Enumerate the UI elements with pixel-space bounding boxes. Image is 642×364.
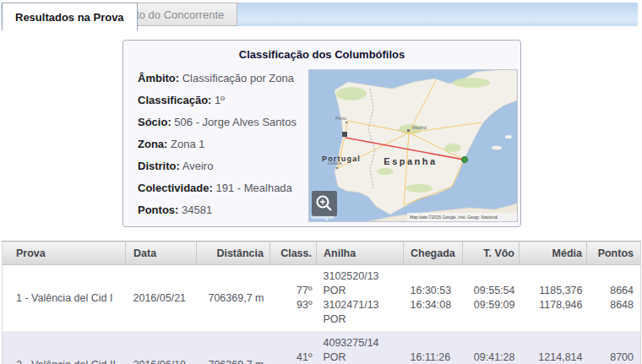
map-island xyxy=(492,146,502,150)
class-value: 93º xyxy=(270,298,313,312)
header-chegada: Chegada xyxy=(404,242,463,265)
panel-title: Classificação dos Columbófilos xyxy=(123,48,520,61)
header-data: Data xyxy=(126,242,197,265)
zoom-in-button[interactable] xyxy=(312,191,337,216)
chegada-value: 16:30:53 xyxy=(411,284,463,298)
class-value: 77º xyxy=(270,284,313,298)
table-row-race-2: 2 - Valência del Cid II 2016/06/18 70636… xyxy=(3,332,641,364)
field-pontos-label: Pontos: xyxy=(138,204,178,216)
map-attribution: Map data ©2015 Google, Inst. Geogr. Naci… xyxy=(410,215,498,220)
field-ambito-value: Classificação por Zona xyxy=(182,72,294,84)
pontos-value: 8648 xyxy=(587,298,634,312)
route-map[interactable]: Madrid Lisboa Porto Portugal Espanha Goo… xyxy=(308,69,518,222)
page: Resultados na Prova Foto do Concorrente … xyxy=(0,0,642,364)
field-classificacao-value: 1º xyxy=(215,94,225,106)
route-end-marker xyxy=(462,157,468,163)
field-distrito-value: Aveiro xyxy=(182,160,214,172)
tvoo-value: 09:55:54 xyxy=(463,284,515,298)
cell-media: 1214,814 1178,435 xyxy=(520,332,587,364)
tab-resultados-na-prova[interactable]: Resultados na Prova xyxy=(2,3,138,30)
field-socio-label: Sócio: xyxy=(138,116,171,128)
field-ambito-label: Âmbito: xyxy=(138,72,179,84)
field-distrito-label: Distrito: xyxy=(138,160,180,172)
classification-panel: Classificação dos Columbófilos Âmbito: C… xyxy=(122,40,521,227)
field-socio: Sócio: 506 - Jorge Alves Santos xyxy=(138,111,297,133)
header-media: Média xyxy=(520,242,587,265)
cell-prova: 2 - Valência del Cid II xyxy=(3,332,126,364)
cell-tvoo: 09:55:54 09:59:09 xyxy=(463,265,520,332)
header-prova: Prova xyxy=(3,242,126,265)
tvoo-value: 09:59:09 xyxy=(463,298,515,312)
anilha-value: 4093275/14 POR xyxy=(324,336,404,364)
table-row-race-1: 1 - Valência del Cid I 2016/05/21 706369… xyxy=(3,265,641,332)
field-zona: Zona: Zona 1 xyxy=(138,133,297,155)
cell-class: 41º 172º xyxy=(270,332,317,364)
tab-bar: Resultados na Prova Foto do Concorrente xyxy=(0,0,642,31)
map-label-espanha: Espanha xyxy=(384,156,437,166)
cell-distancia: 706369,7 m xyxy=(197,265,270,332)
header-pontos: Pontos xyxy=(587,242,641,265)
anilha-value: 3102520/13 POR xyxy=(324,269,404,298)
cell-chegada: 16:11:26 16:29:23 xyxy=(404,332,463,364)
pontos-value: 8700 xyxy=(587,350,634,364)
table-header-row: Prova Data Distância Class. Anilha Chega… xyxy=(3,242,641,265)
field-colectividade-label: Colectividade: xyxy=(138,182,213,194)
field-zona-label: Zona: xyxy=(138,138,167,150)
cell-chegada: 16:30:53 16:34:08 xyxy=(404,265,463,332)
results-table: Prova Data Distância Class. Anilha Chega… xyxy=(2,241,641,364)
chegada-value: 16:34:08 xyxy=(411,298,463,312)
cell-data: 2016/06/18 xyxy=(126,332,197,364)
header-class: Class. xyxy=(270,242,317,265)
header-anilha: Anilha xyxy=(317,242,404,265)
cell-distancia: 706369,7 m xyxy=(197,332,270,364)
cell-pontos: 8700 8569 xyxy=(587,332,641,364)
cell-anilha: 4093275/14 POR 3102503/13 POR xyxy=(317,332,404,364)
pontos-value: 8664 xyxy=(587,284,634,298)
field-classificacao-label: Classificação: xyxy=(138,94,211,106)
route-start-marker xyxy=(342,132,347,137)
header-tvoo: T. Vôo xyxy=(463,242,520,265)
field-distrito: Distrito: Aveiro xyxy=(138,155,297,177)
cell-media: 1185,376 1178,946 xyxy=(520,265,587,332)
anilha-value: 3102471/13 POR xyxy=(324,298,404,327)
field-colectividade-value: 191 - Mealhada xyxy=(215,182,291,194)
cell-class: 77º 93º xyxy=(270,265,317,332)
classification-fields: Âmbito: Classificação por Zona Classific… xyxy=(138,68,297,221)
map-label-portugal: Portugal xyxy=(322,155,361,163)
map-label-porto: Porto xyxy=(335,116,346,121)
map-island xyxy=(505,135,512,139)
field-colectividade: Colectividade: 191 - Mealhada xyxy=(138,177,297,199)
media-value: 1185,376 xyxy=(520,284,583,298)
class-value: 41º xyxy=(270,350,313,364)
field-zona-value: Zona 1 xyxy=(171,138,204,150)
cell-tvoo: 09:41:28 09:59:25 xyxy=(463,332,520,364)
cell-data: 2016/05/21 xyxy=(126,265,197,332)
header-distancia: Distância xyxy=(197,242,270,265)
chegada-value: 16:11:26 xyxy=(411,350,463,364)
cell-pontos: 8664 8648 xyxy=(587,265,641,332)
cell-prova: 1 - Valência del Cid I xyxy=(3,265,126,332)
cell-anilha: 3102520/13 POR 3102471/13 POR xyxy=(317,265,404,332)
field-socio-value: 506 - Jorge Alves Santos xyxy=(174,116,297,128)
media-value: 1178,946 xyxy=(520,298,583,312)
map-label-madrid: Madrid xyxy=(412,125,427,130)
tvoo-value: 09:41:28 xyxy=(463,350,515,364)
media-value: 1214,814 xyxy=(520,350,583,364)
field-ambito: Âmbito: Classificação por Zona xyxy=(138,68,297,90)
field-pontos-value: 34581 xyxy=(182,204,212,216)
field-pontos: Pontos: 34581 xyxy=(138,199,297,221)
field-classificacao: Classificação: 1º xyxy=(138,90,297,111)
